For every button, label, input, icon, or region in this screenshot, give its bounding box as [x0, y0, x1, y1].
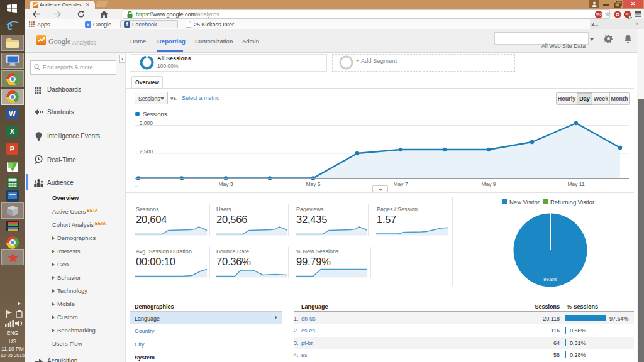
svg-text:2,500: 2,500 — [140, 148, 153, 155]
svg-text:99.8%: 99.8% — [543, 277, 557, 282]
svg-text:PRO: PRO — [596, 13, 602, 16]
svg-text:May 9: May 9 — [481, 181, 496, 187]
svg-text:May 7: May 7 — [393, 181, 408, 187]
svg-text:May 5: May 5 — [306, 181, 320, 187]
svg-text:...: ... — [135, 182, 139, 188]
svg-text:May 3: May 3 — [218, 181, 233, 187]
svg-text:May 11: May 11 — [567, 181, 585, 187]
svg-text:5,000: 5,000 — [140, 120, 153, 126]
svg-text:e: e — [7, 19, 13, 32]
